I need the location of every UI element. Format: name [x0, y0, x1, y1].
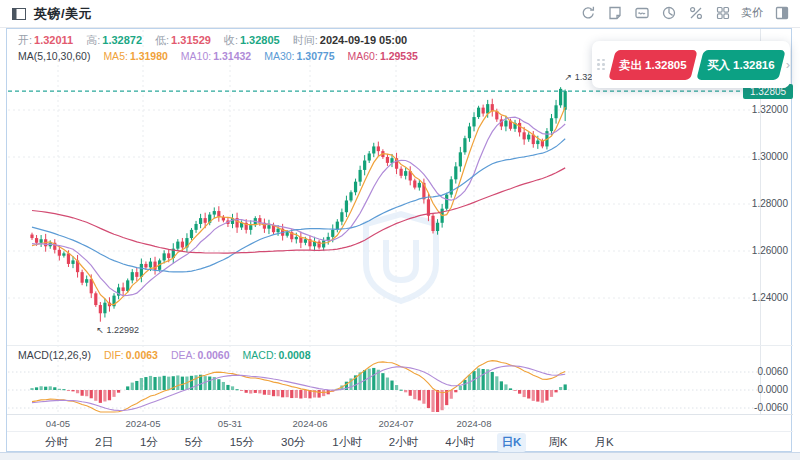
tab-周K[interactable]: 周K [543, 433, 572, 452]
ma30-line [32, 139, 565, 272]
legend-item: MA10:1.31432 [181, 50, 251, 62]
legend-item: MA30:1.30775 [264, 50, 334, 62]
macd-axis-tick: 0.0060 [728, 366, 788, 377]
macd-legend: MACD(12,26,9)DIF:0.0063DEA:0.0060MACD:0.… [18, 349, 311, 361]
tab-30分[interactable]: 30分 [276, 433, 310, 452]
legend-item: 时间:2024-09-19 05:00 [293, 33, 408, 48]
drag-handle-icon[interactable] [597, 59, 606, 71]
macd-axis-tick: 0.0000 [728, 384, 788, 395]
date-axis-tick: 2024-06 [293, 418, 328, 429]
low-price-annotation: ↖ 1.22992 [96, 325, 139, 335]
tab-月K[interactable]: 月K [590, 433, 619, 452]
date-axis-tick: 2024-05 [126, 418, 161, 429]
legend-title: MA(5,10,30,60) [18, 50, 90, 62]
tab-2小时[interactable]: 2小时 [384, 433, 423, 452]
ohlc-legend: 开:1.32011高:1.32872低:1.31529收:1.32805时间:2… [18, 33, 407, 48]
tab-日K[interactable]: 日K [497, 433, 527, 452]
date-axis-tick: 04-05 [46, 418, 70, 429]
legend-item: 高:1.32872 [86, 33, 142, 48]
ma60-line [32, 168, 565, 253]
macd-axis-tick: -0.0060 [728, 402, 788, 413]
price-axis-tick: 1.24000 [728, 292, 788, 303]
ma-legend: MA(5,10,30,60)MA5:1.31980MA10:1.31432MA3… [18, 50, 418, 62]
tab-分时[interactable]: 分时 [40, 433, 73, 452]
trade-card[interactable]: 卖出 1.32805 买入 1.32816 › [592, 41, 790, 88]
price-axis-tick: 1.30000 [728, 151, 788, 162]
legend-item: 开:1.32011 [18, 33, 73, 48]
legend-title: MACD(12,26,9) [18, 349, 91, 361]
buy-button[interactable]: 买入 1.32816 [696, 50, 786, 80]
legend-item: 低:1.31529 [155, 33, 211, 48]
price-axis-tick: 1.26000 [728, 245, 788, 256]
date-axis-tick: 2024-07 [379, 418, 414, 429]
date-axis-tick: 2024-08 [457, 418, 492, 429]
tab-5分[interactable]: 5分 [180, 433, 208, 452]
price-axis-tick: 1.32000 [728, 104, 788, 115]
tab-4小时[interactable]: 4小时 [440, 433, 479, 452]
ma5-line [32, 107, 565, 305]
timeframe-tabbar: 分时2日1分5分15分30分1小时2小时4小时日K周K月K [40, 433, 619, 452]
dif-line [32, 361, 565, 412]
sell-button[interactable]: 卖出 1.32805 [609, 50, 699, 80]
legend-item: MA5:1.31980 [103, 50, 167, 62]
legend-item: DIF:0.0063 [104, 349, 158, 361]
macd-histogram [30, 368, 566, 412]
legend-item: MA60:1.29535 [348, 50, 418, 62]
tab-15分[interactable]: 15分 [225, 433, 259, 452]
date-axis-tick: 05-31 [218, 418, 242, 429]
legend-item: DEA:0.0060 [171, 349, 230, 361]
legend-item: MACD:0.0008 [243, 349, 311, 361]
tab-1分[interactable]: 1分 [135, 433, 163, 452]
tab-1小时[interactable]: 1小时 [327, 433, 366, 452]
tab-2日[interactable]: 2日 [90, 433, 118, 452]
price-axis-tick: 1.28000 [728, 198, 788, 209]
collapse-chevron-icon[interactable]: › [786, 57, 790, 72]
ma10-line [32, 117, 565, 295]
legend-item: 收:1.32805 [224, 33, 280, 48]
